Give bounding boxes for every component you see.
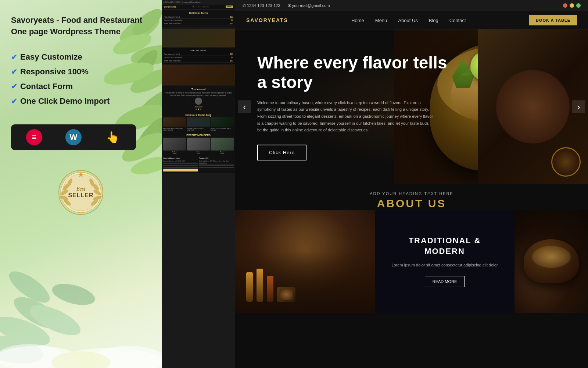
preview-food-img-1	[162, 29, 235, 47]
nav-bar: SAVORYEATS Home Menu About Us Blog Conta…	[235, 11, 588, 29]
preview-special-item-3: Third item on the list	[164, 60, 180, 62]
wordpress-plugin: W	[62, 128, 85, 146]
hero-content: Where every flavor tells a story Welcome…	[235, 53, 456, 160]
bowl-surface	[532, 246, 571, 268]
next-arrow-button[interactable]: ›	[572, 100, 585, 113]
check-icon-2: ✔	[11, 67, 17, 76]
preview-contact-title: Contact Us	[199, 157, 234, 159]
preview-dot-2	[198, 109, 199, 110]
nav-home-link[interactable]: Home	[351, 18, 364, 23]
preview-special-section: SPECIAL MEAL First item on the list$20 S…	[162, 48, 235, 64]
nav-menu[interactable]: Menu	[375, 17, 387, 24]
dot-yellow	[570, 3, 574, 8]
preview-blog-section: Delicious thumb blog EAT VEGETABLE SAFE …	[162, 112, 235, 132]
preview-team-1: Jackson Manger	[163, 138, 186, 154]
preview-phone: ✆ 1234-123-123-123	[163, 1, 180, 3]
preview-person-name: John Doe	[163, 106, 234, 108]
preview-team-img-2	[187, 138, 210, 151]
glass-1	[246, 272, 253, 302]
preview-item-1: First item on the list	[164, 16, 180, 18]
nav-blog-link[interactable]: Blog	[429, 18, 438, 23]
right-food-bg	[478, 29, 588, 184]
preview-blog-img-2	[187, 117, 210, 127]
glass-3	[267, 276, 273, 302]
preview-team-role-1: Manger	[163, 153, 186, 154]
preview-item-3: Third item on the list	[164, 22, 180, 25]
wordpress-icon: W	[65, 129, 82, 145]
preview-contact-phone: +US 123123	[199, 162, 234, 164]
preview-nav-menu: Menu	[198, 6, 202, 8]
read-more-button[interactable]: READ MORE	[425, 276, 465, 287]
preview-nav-links: Home Menu About Us	[193, 6, 209, 8]
preview-testimonial-section: Testimonial The attention to detail in p…	[162, 86, 235, 112]
click-hero-plugin: 👆	[102, 128, 124, 146]
preview-dot-1	[196, 109, 197, 110]
preview-topbar: ✆ 1234-123-123-123 ✉ yourmail@gmail.com	[162, 0, 235, 4]
preview-menu-row-1: First item on the list$20	[163, 15, 234, 19]
feature-item-3: ✔ Contact Form	[11, 82, 151, 91]
check-icon-4: ✔	[11, 97, 17, 106]
left-panel: Savoryeats - Food and Restaurant One pag…	[0, 0, 162, 368]
nav-links: Home Menu About Us Blog Contact	[351, 17, 466, 24]
elementor-icon: ≡	[26, 129, 42, 145]
preview-nav-about: About Us	[203, 6, 209, 8]
prev-arrow-button[interactable]: ‹	[238, 100, 251, 113]
top-bar: ✆ 1234-123-123-123 ✉ yourmail@gmail.com	[235, 0, 588, 11]
preview-blog-cap-1: EAT VEGETABLE SAFE AND SOUP RECIPE	[163, 127, 186, 131]
trad-right-image	[514, 210, 588, 313]
preview-special-item-2: Second item on the list	[164, 56, 183, 59]
nav-about-link[interactable]: About Us	[398, 18, 417, 23]
preview-special-title: SPECIAL MEAL	[163, 49, 234, 52]
preview-submit-btn	[163, 169, 198, 171]
food-on-plate	[280, 289, 293, 300]
preview-special-item-1: First item on the list	[164, 53, 180, 55]
hero-cta-button[interactable]: Click Here	[257, 145, 306, 160]
preview-team-title: EXPERT MEMBERS	[163, 134, 234, 137]
plate-visual	[277, 287, 295, 302]
preview-special-price-2: $9	[231, 56, 233, 59]
glasses-group	[246, 269, 295, 302]
preview-team-2: Ethan Chef	[187, 138, 210, 154]
svg-point-20	[55, 348, 162, 368]
svg-point-16	[26, 299, 85, 341]
preview-testimonial-text: The attention to detail in presentation …	[165, 92, 232, 97]
preview-item-2: Second item on the list	[164, 19, 183, 21]
badge-best: Best	[68, 186, 93, 192]
about-title: ABOUT US	[257, 197, 566, 210]
preview-team-img-1	[163, 138, 186, 151]
preview-brand: SAVORYEATS	[164, 6, 176, 8]
preview-blog-img-1	[163, 117, 186, 127]
preview-team-3: Mason Service	[211, 138, 234, 154]
traditional-section: TRADITIONAL &MODERN Lorem ipsum dolor si…	[235, 210, 588, 313]
nav-contact-link[interactable]: Contact	[449, 18, 466, 23]
preview-testimonial-title: Testimonial	[163, 88, 234, 91]
nav-blog[interactable]: Blog	[429, 17, 438, 24]
preview-nav-home: Home	[193, 6, 197, 8]
nav-about[interactable]: About Us	[398, 17, 417, 24]
preview-blog-img-3	[211, 117, 234, 127]
dot-red	[563, 3, 567, 8]
preview-form-col: Online Reservation Booking Number: +00 1…	[163, 157, 198, 171]
preview-book-btn: BOOK	[226, 6, 233, 8]
preview-team-grid: Jackson Manger Ethan Chef Mason Service	[163, 138, 234, 154]
book-table-button[interactable]: BOOK A TABLE	[529, 15, 577, 25]
email-address: ✉ yourmail@gmail.com	[288, 3, 330, 8]
cloud-background	[0, 294, 162, 368]
trad-description: Lorem ipsum dolor sit amet consectetur a…	[386, 262, 503, 269]
preview-input-3	[163, 167, 198, 169]
preview-navbar: SAVORYEATS Home Menu About Us BOOK	[162, 4, 235, 10]
nav-home[interactable]: Home	[351, 17, 364, 24]
svg-point-17	[4, 266, 54, 308]
svg-point-14	[0, 331, 46, 368]
nav-contact[interactable]: Contact	[449, 17, 466, 24]
preview-reservation-title: Online Reservation	[163, 157, 198, 159]
preview-price-1: $20	[230, 16, 233, 18]
preview-blog-cap-3: BLACK COFFEE MAKE A BIG BREAD	[211, 127, 234, 131]
badge-text: Best SELLER	[68, 186, 93, 199]
dot-green	[576, 3, 581, 8]
preview-menu-row-3: Third item on the list$32	[163, 22, 234, 25]
preview-contact-input-2	[199, 167, 234, 168]
preview-special-price-3: $32	[230, 60, 233, 62]
plugin-bar: ≡ W 👆	[11, 124, 136, 150]
nav-menu-link[interactable]: Menu	[375, 18, 387, 23]
